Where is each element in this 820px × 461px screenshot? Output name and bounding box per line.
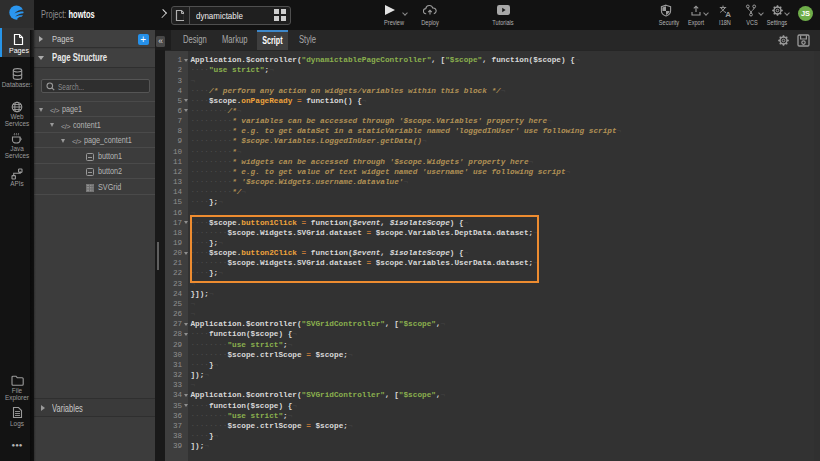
svg-text:A: A	[725, 9, 731, 16]
